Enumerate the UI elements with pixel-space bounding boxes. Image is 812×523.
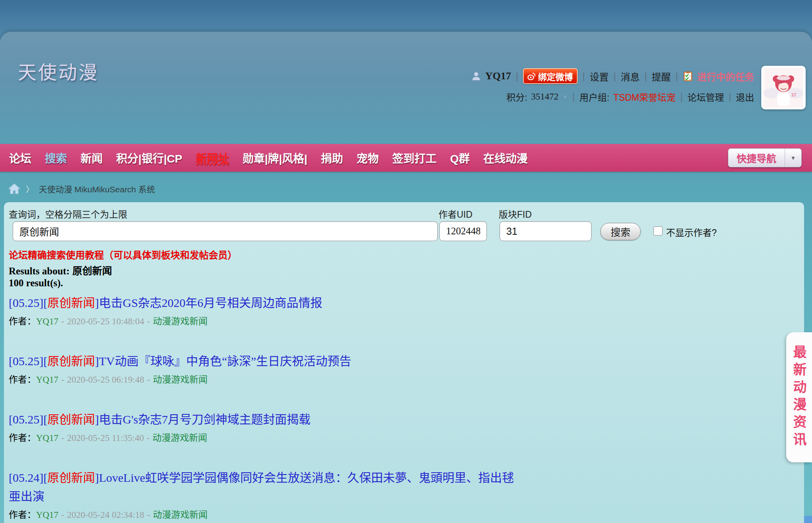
- avatar-image: 17: [763, 68, 804, 107]
- result-item: [05.24][原创新闻]LoveLive虹咲学园学园偶像同好会生放送消息：久保…: [9, 468, 524, 523]
- result-tag: 原创新闻: [47, 471, 95, 484]
- author-link[interactable]: YQ17: [36, 375, 58, 385]
- user-row-top: YQ17 | 绑定微博 | 设置 | 消息 | 提醒 | 进行中的任务: [471, 67, 754, 85]
- author-uid-input[interactable]: [439, 221, 487, 241]
- nav-item-credits-bank-cp[interactable]: 积分|银行|CP: [109, 150, 189, 166]
- board-link[interactable]: 动漫游戏新闻: [153, 316, 207, 326]
- divider: |: [675, 71, 679, 82]
- nav-item-pets[interactable]: 宠物: [350, 150, 385, 166]
- author-label: 作者：: [9, 316, 36, 326]
- usergroup-link[interactable]: TSDM荣誉坛宠: [613, 90, 676, 103]
- ongoing-tasks-link[interactable]: 进行中的任务: [697, 69, 754, 83]
- results-about-label: Results about:: [9, 266, 70, 276]
- user-info-block: YQ17 | 绑定微博 | 设置 | 消息 | 提醒 | 进行中的任务 积分: …: [471, 67, 754, 104]
- result-date: [05.24][: [9, 471, 47, 484]
- result-title-text: ]电击G's杂志7月号刀剑神域主题封面揭载: [95, 413, 310, 426]
- nav-item-qq-group[interactable]: Q群: [443, 150, 477, 166]
- author-label: 作者：: [9, 510, 36, 520]
- result-date: [05.25][: [9, 413, 47, 426]
- credits-dropdown-icon[interactable]: ▼: [563, 94, 568, 100]
- search-results-panel: 查询词，空格分隔三个为上限 作者UID 版块FID 搜索 不显示作者? 论坛精确…: [4, 202, 804, 523]
- search-button[interactable]: 搜索: [600, 223, 641, 240]
- forum-fid-label: 版块FID: [499, 207, 532, 220]
- breadcrumb-separator-icon: 〉: [26, 183, 34, 195]
- result-meta: 作者：YQ17-2020-05-25 10:48:04-动漫游戏新闻: [9, 314, 524, 329]
- result-item: [05.25][原创新闻]电击GS杂志2020年6月号相关周边商品情报 作者：Y…: [9, 293, 524, 329]
- post-time: 2020-05-25 11:35:40: [67, 433, 144, 443]
- nav-item-online-anime[interactable]: 在线动漫: [477, 150, 534, 166]
- result-item: [05.25][原创新闻]电击G's杂志7月号刀剑神域主题封面揭载 作者：YQ1…: [9, 410, 524, 446]
- forum-fid-input[interactable]: [500, 221, 592, 241]
- nav-item-search[interactable]: 搜索: [38, 150, 74, 166]
- divider: |: [728, 92, 732, 102]
- latest-anime-news-tab[interactable]: 最新动漫资讯: [786, 332, 812, 462]
- messages-link[interactable]: 消息: [621, 69, 640, 83]
- author-link[interactable]: YQ17: [36, 433, 58, 443]
- nav-item-donate[interactable]: 捐助: [314, 150, 350, 166]
- meta-separator: -: [61, 375, 64, 385]
- search-tutorial-link[interactable]: 论坛精确搜索使用教程（可以具体到板块和发帖会员）: [9, 247, 237, 261]
- result-tag: 原创新闻: [47, 413, 95, 426]
- avatar[interactable]: 17: [761, 66, 806, 109]
- query-input[interactable]: [13, 221, 438, 241]
- divider: |: [515, 71, 519, 82]
- nav-item-new-url[interactable]: 新网址: [189, 150, 236, 166]
- result-meta: 作者：YQ17-2020-05-24 02:34:18-动漫游戏新闻: [9, 507, 524, 523]
- result-item: [05.25][原创新闻]TV动画『球咏』中角色“詠深”生日庆祝活动预告 作者：…: [9, 352, 524, 387]
- meta-separator: -: [147, 316, 150, 326]
- user-row-bottom: 积分: 351472 ▼ | 用户组: TSDM荣誉坛宠 | 论坛管理 | 退出: [471, 90, 754, 104]
- quick-nav-button[interactable]: 快捷导航 ▼: [728, 148, 802, 167]
- meta-separator: -: [147, 510, 150, 520]
- nav-item-medals-styles[interactable]: 勋章|牌|风格|: [236, 150, 314, 166]
- meta-separator: -: [147, 433, 150, 443]
- logout-link[interactable]: 退出: [736, 90, 754, 103]
- divider: |: [680, 92, 684, 102]
- post-time: 2020-05-24 02:34:18: [67, 510, 144, 520]
- breadcrumb-current[interactable]: 天使动漫 MikuMikuSearch 系统: [39, 183, 155, 195]
- reminders-link[interactable]: 提醒: [652, 69, 671, 83]
- quick-nav-dropdown-icon[interactable]: ▼: [785, 149, 801, 167]
- settings-link[interactable]: 设置: [590, 69, 609, 83]
- weibo-icon: [526, 71, 536, 81]
- author-label: 作者：: [9, 433, 36, 443]
- credits-value-link[interactable]: 351472: [531, 92, 559, 102]
- divider: |: [613, 71, 617, 82]
- result-title-link[interactable]: [05.25][原创新闻]电击GS杂志2020年6月号相关周边商品情报: [9, 293, 524, 312]
- author-link[interactable]: YQ17: [36, 510, 58, 520]
- board-link[interactable]: 动漫游戏新闻: [153, 510, 207, 520]
- board-link[interactable]: 动漫游戏新闻: [153, 433, 207, 443]
- hide-author-checkbox[interactable]: [653, 226, 663, 236]
- usergroup-label: 用户组:: [579, 90, 609, 103]
- result-tag: 原创新闻: [47, 296, 95, 309]
- home-icon[interactable]: [8, 183, 21, 195]
- query-label: 查询词，空格分隔三个为上限: [9, 207, 127, 220]
- result-title-link[interactable]: [05.24][原创新闻]LoveLive虹咲学园学园偶像同好会生放送消息：久保…: [9, 468, 524, 506]
- site-logo[interactable]: 天使动漫: [18, 57, 99, 84]
- username-link[interactable]: YQ17: [485, 70, 511, 82]
- nav-item-checkin-work[interactable]: 签到打工: [385, 150, 443, 166]
- bind-weibo-button[interactable]: 绑定微博: [523, 68, 578, 84]
- result-title-link[interactable]: [05.25][原创新闻]TV动画『球咏』中角色“詠深”生日庆祝活动预告: [9, 352, 524, 370]
- nav-item-news[interactable]: 新闻: [74, 150, 109, 166]
- nav-item-forum[interactable]: 论坛: [2, 150, 38, 166]
- result-title-link[interactable]: [05.25][原创新闻]电击G's杂志7月号刀剑神域主题封面揭载: [9, 410, 524, 429]
- results-about-value: 原创新闻: [72, 265, 112, 276]
- meta-separator: -: [61, 316, 64, 326]
- forum-admin-link[interactable]: 论坛管理: [688, 90, 724, 103]
- credits-label: 积分:: [506, 90, 527, 103]
- author-link[interactable]: YQ17: [36, 316, 58, 326]
- quick-nav-label: 快捷导航: [728, 149, 785, 167]
- user-icon: [471, 71, 481, 81]
- result-meta: 作者：YQ17-2020-05-25 06:19:48-动漫游戏新闻: [9, 372, 524, 387]
- divider: |: [582, 71, 586, 82]
- meta-separator: -: [61, 433, 64, 443]
- svg-text:17: 17: [791, 92, 796, 97]
- hide-author-label: 不显示作者?: [666, 225, 717, 239]
- result-date: [05.25][: [9, 354, 47, 368]
- board-link[interactable]: 动漫游戏新闻: [153, 375, 207, 385]
- back-to-top-button[interactable]: [804, 516, 812, 523]
- result-date: [05.25][: [9, 296, 47, 309]
- result-title-text: ]电击GS杂志2020年6月号相关周边商品情报: [95, 296, 322, 309]
- main-wrapper: 天使动漫 YQ17 | 绑定微博 | 设置 | 消息 | 提醒 |: [0, 32, 812, 523]
- main-nav: 论坛 搜索 新闻 积分|银行|CP 新网址 勋章|牌|风格| 捐助 宠物 签到打…: [0, 144, 812, 172]
